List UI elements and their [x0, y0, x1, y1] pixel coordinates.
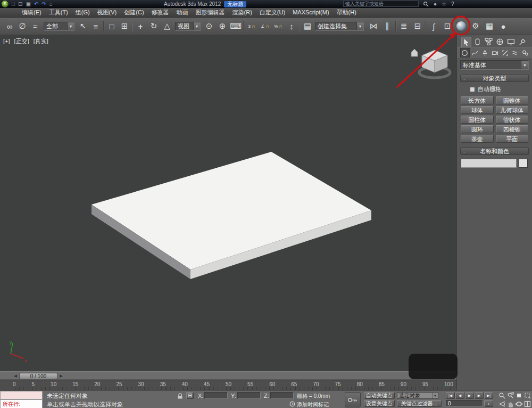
orbit-icon[interactable]: [515, 400, 523, 408]
set-key-button[interactable]: 设置关键点: [364, 400, 395, 407]
object-type-button[interactable]: 茶壶: [461, 135, 494, 143]
new-scene-icon[interactable]: □: [12, 1, 15, 7]
save-file-icon[interactable]: ▣: [26, 1, 30, 7]
absolute-mode-toggle-icon[interactable]: ⊞: [186, 392, 194, 399]
object-type-button[interactable]: 平面: [496, 135, 529, 143]
tab-motion[interactable]: [495, 37, 505, 47]
angle-snap-icon[interactable]: ∠ ∩: [259, 20, 271, 32]
menu-item[interactable]: 工具(T): [45, 8, 72, 17]
menu-item[interactable]: 帮助(H): [333, 8, 360, 17]
communication-center-icon[interactable]: ●: [434, 1, 437, 7]
x-coord-field[interactable]: [204, 392, 228, 399]
time-prev-button[interactable]: ◀: [13, 373, 18, 379]
tab-display[interactable]: [506, 37, 516, 47]
selection-filter-dropdown[interactable]: 全部 ▼: [44, 22, 74, 31]
snap-toggle-icon[interactable]: 3 ∩: [245, 20, 258, 32]
search-icon[interactable]: [423, 1, 429, 7]
help-icon[interactable]: ?: [451, 1, 454, 7]
object-type-button[interactable]: 球体: [461, 106, 494, 114]
subtab-spacewarps[interactable]: [510, 48, 520, 58]
geometry-class-dropdown[interactable]: 标准基体 ▼: [460, 60, 529, 70]
select-and-manipulate-icon[interactable]: ⊕: [216, 20, 229, 32]
key-selection-dropdown[interactable]: 选定对象 ▼: [397, 392, 438, 399]
object-type-button[interactable]: 圆环: [461, 125, 494, 133]
named-selection-sets-dropdown[interactable]: 创建选择集 ▼: [315, 22, 364, 31]
align-icon[interactable]: ∥: [381, 20, 394, 32]
mini-listener-strip[interactable]: 所在行:: [0, 399, 43, 408]
zoom-region-icon[interactable]: [523, 391, 531, 399]
object-type-button[interactable]: 几何球体: [496, 106, 529, 114]
rendered-frame-window-icon[interactable]: ▦: [483, 20, 496, 32]
use-pivot-center-icon[interactable]: ⊙: [203, 20, 215, 32]
mirror-icon[interactable]: ⋈: [367, 20, 380, 32]
app-logo-icon[interactable]: S: [2, 1, 9, 7]
schematic-view-icon[interactable]: ⊡: [441, 20, 454, 32]
undo-icon[interactable]: ↶: [34, 1, 38, 7]
menu-item[interactable]: 视图(V): [94, 8, 121, 17]
render-setup-icon[interactable]: ⚙: [469, 20, 482, 32]
z-coord-field[interactable]: [270, 392, 294, 399]
menu-item[interactable]: 编辑(E): [18, 8, 45, 17]
object-name-field[interactable]: [461, 159, 517, 168]
unlink-selection-icon[interactable]: ∅: [16, 20, 29, 32]
object-color-swatch[interactable]: [519, 159, 528, 168]
menu-item[interactable]: MAXScript(M): [289, 8, 332, 17]
goto-end-button[interactable]: ▶|: [484, 392, 493, 399]
object-type-button[interactable]: 圆锥体: [496, 96, 529, 104]
subtab-geometry[interactable]: [460, 48, 470, 58]
macro-recorder-strip[interactable]: [0, 391, 43, 399]
subtab-shapes[interactable]: [470, 48, 480, 58]
time-next-button[interactable]: ▶: [59, 373, 64, 379]
object-type-button[interactable]: 管状体: [496, 116, 529, 124]
favorites-icon[interactable]: ☆: [442, 1, 446, 7]
project-folder-icon[interactable]: ⌂: [49, 1, 53, 7]
subtab-lights[interactable]: [480, 48, 490, 58]
select-rotate-icon[interactable]: ↻: [147, 20, 160, 32]
object-type-rollout-header[interactable]: - 对象类型: [460, 75, 529, 82]
scene-explorer-icon[interactable]: ⊟: [411, 20, 424, 32]
object-type-button[interactable]: 长方体: [461, 96, 494, 104]
selection-lock-icon[interactable]: [177, 393, 183, 399]
field-of-view-icon[interactable]: [498, 400, 506, 408]
play-button[interactable]: ▶: [465, 392, 474, 399]
frame-spinner[interactable]: ↕: [484, 400, 493, 407]
select-by-name-icon[interactable]: ≡: [89, 20, 102, 32]
menu-item[interactable]: 创建(C): [120, 8, 147, 17]
select-scale-icon[interactable]: △: [161, 20, 173, 32]
autogrid-checkbox[interactable]: [470, 87, 475, 92]
box-object[interactable]: [0, 35, 456, 371]
tab-hierarchy[interactable]: [484, 37, 494, 47]
name-color-rollout-header[interactable]: - 名称和颜色: [460, 148, 529, 155]
tab-create[interactable]: [461, 37, 471, 47]
spinner-snap-icon[interactable]: ↕: [285, 20, 298, 32]
menu-item[interactable]: 组(G): [72, 8, 94, 17]
zoom-icon[interactable]: [498, 391, 506, 399]
tab-modify[interactable]: [472, 37, 483, 47]
select-object-icon[interactable]: ↖: [77, 20, 89, 32]
time-slider-handle[interactable]: 0 / 100: [19, 373, 57, 379]
infocenter-search-input[interactable]: 键入关键字或短语: [343, 1, 419, 7]
subtab-cameras[interactable]: [491, 48, 500, 58]
menu-item[interactable]: 修改器: [148, 8, 173, 17]
object-type-button[interactable]: 圆柱体: [461, 116, 494, 124]
percent-snap-icon[interactable]: % ∩: [272, 20, 285, 32]
tab-utilities[interactable]: [517, 37, 527, 47]
y-coord-field[interactable]: [237, 392, 261, 399]
menu-item[interactable]: 图形编辑器: [192, 8, 229, 17]
current-frame-field[interactable]: 0: [446, 400, 483, 407]
track-bar[interactable]: 0510152025303540455055606570758085909510…: [0, 380, 456, 390]
subtab-systems[interactable]: [520, 48, 530, 58]
subtab-helpers[interactable]: [500, 48, 510, 58]
prev-frame-button[interactable]: ◀: [455, 392, 464, 399]
open-file-icon[interactable]: ⊟: [18, 1, 22, 7]
viewcube-home-icon[interactable]: [411, 49, 418, 56]
select-and-link-icon[interactable]: ∞: [3, 20, 16, 32]
select-move-icon[interactable]: +: [134, 20, 147, 32]
next-frame-button[interactable]: ▶: [475, 392, 484, 399]
add-time-tag[interactable]: 添加时间标记: [297, 401, 329, 408]
render-production-icon[interactable]: ●: [497, 20, 510, 32]
menu-item[interactable]: 自定义(U): [256, 8, 289, 17]
time-slider[interactable]: ◀ 0 / 100 ▶: [0, 371, 456, 380]
viewport[interactable]: [+] [正交] [真实] x y: [0, 35, 456, 371]
pan-icon[interactable]: [506, 400, 514, 408]
